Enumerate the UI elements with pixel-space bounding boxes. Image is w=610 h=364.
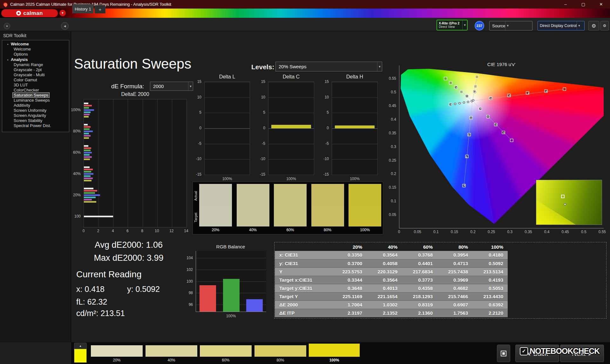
table-row: ΔE 20001.70041.03020.83190.69070.6392 bbox=[275, 300, 508, 309]
axis-tick-label: 0.1 bbox=[391, 199, 396, 203]
table-cell: 0.3564 bbox=[367, 276, 402, 284]
bar-segment bbox=[84, 154, 90, 156]
levels-dropdown[interactable]: 20% Sweeps ▼ bbox=[275, 62, 382, 71]
add-tab-button[interactable]: + bbox=[95, 5, 105, 13]
close-button[interactable]: ✕ bbox=[592, 0, 610, 9]
tab-history-1[interactable]: History 1 bbox=[72, 4, 93, 13]
logo-menu-button[interactable]: ▼ bbox=[59, 10, 66, 16]
table-header-cell: 100% bbox=[472, 243, 508, 251]
patch-100-[interactable] bbox=[308, 343, 360, 357]
meter-name: X-Rite i1Pro 2 bbox=[439, 22, 462, 25]
sidebar-item-color-gamut[interactable]: Color Gamut bbox=[2, 78, 69, 83]
sidebar-item-grayscale-multi[interactable]: Grayscale - Multi bbox=[2, 72, 69, 78]
actual-swatch bbox=[349, 184, 381, 205]
table-cell: 2.1352 bbox=[367, 309, 402, 317]
row-label-cell: x: CIE31 bbox=[275, 251, 331, 259]
source-label: Source bbox=[492, 24, 505, 28]
sidebar-item-screen-angularity[interactable]: Screen Angularity bbox=[2, 113, 69, 118]
sidebar-item-colorchecker[interactable]: ColorChecker bbox=[2, 88, 69, 93]
back-button[interactable]: ◀ Back bbox=[515, 345, 559, 362]
grid-line bbox=[268, 82, 314, 82]
axis-tick-label: 5 bbox=[199, 110, 201, 115]
workflow-tree: ▲WelcomeWelcomeOptions▲AnalysisDynamic R… bbox=[2, 40, 69, 132]
swatch-label: 40% bbox=[237, 228, 269, 232]
inset-target-marker bbox=[561, 195, 565, 198]
page-title: Saturation Sweeps bbox=[74, 56, 191, 72]
axis-tick-label: 0.3 bbox=[391, 145, 396, 149]
current-patch-swatch[interactable] bbox=[74, 349, 87, 363]
tree-section-analysis[interactable]: ▲Analysis bbox=[2, 57, 69, 62]
minimize-button[interactable]: – bbox=[557, 0, 574, 9]
sidebar-item-spectral-power-dist-[interactable]: Spectral Power Dist. bbox=[2, 123, 69, 128]
sidebar-item-welcome[interactable]: Welcome bbox=[2, 47, 69, 52]
swatch-20- bbox=[199, 184, 232, 226]
patch-60-[interactable] bbox=[200, 345, 252, 357]
next-button[interactable]: Next ▶ bbox=[560, 345, 604, 362]
delta-c-y-axis: 151050-5-10-15 bbox=[254, 82, 267, 175]
patch-40-[interactable] bbox=[145, 345, 198, 357]
settings-button[interactable]: ⚙ bbox=[588, 21, 599, 30]
table-header-cell: 20% bbox=[331, 243, 367, 251]
sidebar-item-dynamic-range[interactable]: Dynamic Range bbox=[2, 62, 69, 67]
bar-segment bbox=[84, 124, 88, 125]
sidebar-item-screen-uniformity[interactable]: Screen Uniformity bbox=[2, 108, 69, 113]
axis-tick-label: 0.15 bbox=[389, 185, 396, 190]
bar-segment bbox=[84, 103, 88, 104]
maximize-button[interactable]: ▢ bbox=[574, 0, 592, 9]
stop-pattern-button[interactable] bbox=[497, 345, 510, 362]
table-row: Target y:CIE310.36480.40130.43580.46820.… bbox=[275, 284, 508, 292]
axis-tick-label: -5 bbox=[198, 141, 201, 146]
reading-fl: fL: 62.32 bbox=[76, 297, 107, 307]
axis-tick-label: 0.35 bbox=[389, 131, 396, 135]
calman-logo-button[interactable]: calman bbox=[1, 9, 58, 17]
bar-segment bbox=[84, 131, 93, 132]
patch-20-[interactable] bbox=[91, 345, 143, 357]
table-cell: 0.4058 bbox=[367, 259, 402, 267]
axis-tick-label: 0 bbox=[263, 126, 265, 130]
axis-tick-label: -5 bbox=[325, 141, 329, 146]
target-swatch bbox=[311, 205, 344, 226]
table-cell: 0.4180 bbox=[472, 251, 508, 259]
delta-h-y-axis: 151050-5-10-15 bbox=[318, 82, 330, 175]
grid-line bbox=[157, 99, 158, 227]
grid-line bbox=[332, 144, 377, 144]
axis-tick-label: 100% bbox=[71, 108, 81, 112]
table-cell: 221.1654 bbox=[367, 292, 402, 300]
secondary-settings-button[interactable]: ⚙ bbox=[600, 21, 609, 30]
expand-patches-button[interactable]: ▲ bbox=[74, 343, 87, 349]
collapse-sidebar-button[interactable]: ◄ bbox=[61, 22, 69, 30]
display-control-selector[interactable]: Direct Display Control ▼ bbox=[538, 21, 585, 30]
chevron-down-icon: ▼ bbox=[505, 21, 510, 30]
patch-80-[interactable] bbox=[254, 345, 307, 357]
bar-segment bbox=[84, 178, 93, 179]
source-selector[interactable]: Source ▼ bbox=[489, 21, 532, 30]
brand-name: calman bbox=[23, 10, 43, 17]
table-cell: 215.7466 bbox=[437, 292, 472, 300]
axis-tick-label: 0 bbox=[327, 126, 329, 130]
axis-tick-label: 10 bbox=[261, 95, 265, 99]
sidebar-item-additivity[interactable]: Additivity bbox=[2, 103, 69, 108]
table-cell: 0.4401 bbox=[402, 259, 437, 267]
axis-tick-label: 0.35 bbox=[525, 230, 532, 234]
de-formula-dropdown[interactable]: 2000 ▼ bbox=[150, 82, 193, 91]
axis-tick-label: -15 bbox=[260, 172, 265, 177]
tree-section-welcome[interactable]: ▲Welcome bbox=[2, 41, 69, 47]
sidebar-item-options[interactable]: Options bbox=[2, 52, 69, 57]
delta-l-title: Delta L bbox=[204, 74, 250, 80]
swatch-label: 60% bbox=[274, 228, 307, 232]
grid-line bbox=[98, 99, 99, 227]
reading-x: x: 0.418 bbox=[76, 285, 105, 294]
sidebar-item-saturation-sweeps[interactable]: Saturation Sweeps bbox=[2, 93, 69, 98]
table-cell: 2.2120 bbox=[472, 309, 508, 317]
bar-segment bbox=[84, 135, 91, 137]
swatch-60- bbox=[274, 184, 307, 226]
sidebar-item-3d-lut[interactable]: 3D LUT bbox=[2, 83, 69, 88]
workflow-menu-button[interactable]: ● bbox=[4, 23, 10, 29]
meter-selector[interactable]: X-Rite i1Pro 2 Direct View ▼ bbox=[437, 20, 468, 30]
axis-tick-label: 20% bbox=[73, 193, 81, 197]
axis-tick-label: 0.2 bbox=[470, 230, 476, 234]
sidebar-item-screen-stability[interactable]: Screen Stability bbox=[2, 118, 69, 123]
grid-line bbox=[205, 113, 250, 113]
sidebar-item-luminance-sweeps[interactable]: Luminance Sweeps bbox=[2, 98, 69, 103]
sidebar-item-grayscale-2pt[interactable]: Grayscale - 2pt bbox=[2, 67, 69, 72]
